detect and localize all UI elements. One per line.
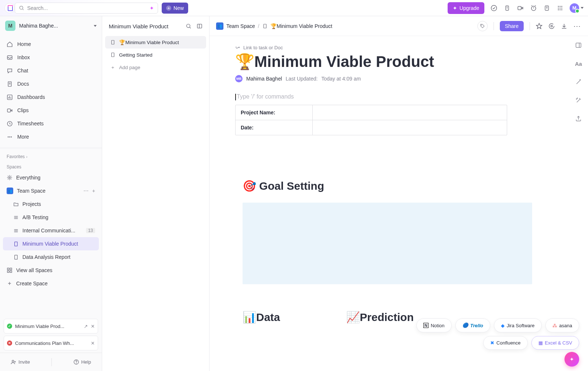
svg-rect-56: [10, 268, 12, 270]
check-circle-icon[interactable]: [490, 4, 498, 12]
toast-mvp[interactable]: ✓ Minimum Viable Prod... ↗ ✕: [4, 319, 98, 333]
share-button[interactable]: Share: [500, 21, 524, 31]
chip-confluence[interactable]: ✖Confluence: [483, 336, 528, 350]
callout-block[interactable]: [243, 203, 532, 284]
content-panel: 👥 Team Space / 🏆Minimum Viable Product S…: [209, 16, 588, 371]
spaces-header[interactable]: Spaces: [0, 161, 102, 171]
nav-inbox[interactable]: Inbox: [3, 51, 99, 64]
success-icon: ✓: [7, 324, 12, 329]
panel-layout-icon[interactable]: [197, 23, 202, 29]
doc-icon: [262, 24, 268, 29]
import-icon[interactable]: [561, 23, 567, 29]
space-data-analysis[interactable]: Data Analysis Report: [3, 250, 99, 264]
new-button[interactable]: + New: [162, 3, 188, 14]
typography-icon[interactable]: Aa: [574, 60, 582, 68]
view-all-spaces[interactable]: View all Spaces: [3, 264, 99, 277]
close-icon[interactable]: ✕: [91, 324, 95, 329]
alarm-icon[interactable]: [530, 4, 537, 12]
search-icon: [19, 5, 24, 11]
workspace-avatar: M: [5, 21, 15, 31]
global-search[interactable]: Search... ✦: [15, 3, 158, 14]
more-icon[interactable]: ⋯: [83, 188, 89, 194]
magic-wand-icon[interactable]: [574, 78, 582, 86]
chip-notion[interactable]: NNotion: [416, 318, 452, 332]
close-icon[interactable]: ✕: [91, 340, 95, 346]
app-logo[interactable]: [4, 3, 15, 13]
svg-rect-53: [15, 242, 18, 246]
chip-jira[interactable]: ◆Jira Software: [494, 318, 542, 332]
apps-grid-icon[interactable]: [556, 4, 564, 12]
comment-icon[interactable]: [548, 23, 555, 29]
svg-point-17: [561, 6, 562, 7]
space-everything[interactable]: Everything: [3, 171, 99, 184]
tag-icon[interactable]: [477, 21, 488, 31]
upgrade-button[interactable]: ✦ Upgrade: [448, 2, 484, 14]
prediction-heading: 📈Prediction: [346, 311, 414, 324]
svg-point-16: [560, 6, 561, 7]
nav-clips[interactable]: Clips: [3, 104, 99, 117]
space-team-space[interactable]: 👥 Team Space ⋯+: [3, 184, 99, 197]
ai-sparkle-icon[interactable]: ✦: [150, 5, 154, 11]
plus-icon[interactable]: +: [92, 188, 95, 194]
user-menu[interactable]: M: [570, 3, 584, 13]
nav-timesheets[interactable]: Timesheets: [3, 117, 99, 130]
create-space[interactable]: +Create Space: [3, 277, 99, 290]
svg-point-21: [558, 9, 559, 10]
open-external-icon[interactable]: ↗: [84, 324, 88, 329]
video-icon[interactable]: [517, 4, 524, 12]
cell-date-value[interactable]: [313, 120, 323, 135]
workspace-selector[interactable]: M Mahima Baghe...: [0, 16, 102, 35]
link-to-task[interactable]: Link to task or Doc: [235, 45, 562, 50]
chip-asana[interactable]: ⁂asana: [545, 318, 579, 332]
note-icon[interactable]: [543, 4, 551, 12]
doc-side-rail: Aa: [569, 36, 588, 123]
chip-trello[interactable]: 🔵Trello: [455, 318, 490, 332]
search-icon[interactable]: [186, 23, 191, 29]
sparkle-icon: ✦: [453, 5, 457, 11]
space-projects[interactable]: Projects: [3, 197, 99, 211]
svg-point-63: [76, 363, 76, 364]
add-page[interactable]: +Add page: [105, 61, 206, 74]
confluence-icon: ✖: [490, 340, 494, 346]
export-icon[interactable]: [574, 115, 582, 123]
help-button[interactable]: Help: [74, 359, 91, 365]
nav-chat[interactable]: Chat: [3, 64, 99, 77]
nav-more[interactable]: More: [3, 130, 99, 143]
doc-tree-title: Minimum Viable Product: [109, 23, 168, 29]
panel-toggle-icon[interactable]: [574, 41, 582, 49]
chip-excel[interactable]: ▦Excel & CSV: [531, 336, 579, 350]
doc-tree-item-getting-started[interactable]: Getting Started: [105, 49, 206, 61]
cell-project-name-value[interactable]: [313, 105, 323, 120]
breadcrumb-page[interactable]: 🏆Minimum Viable Product: [270, 23, 332, 29]
favorites-header[interactable]: Favorites›: [0, 150, 102, 161]
breadcrumb-space[interactable]: Team Space: [226, 23, 255, 29]
clipboard-icon[interactable]: [503, 4, 511, 12]
svg-marker-72: [537, 23, 542, 28]
space-internal-comm[interactable]: Internal Communicati...13: [3, 224, 99, 237]
author-avatar[interactable]: MB: [235, 75, 243, 82]
toast-comms[interactable]: ✕ Communications Plan Wh... ✕: [4, 336, 98, 350]
ai-fab[interactable]: ✦: [564, 352, 579, 367]
cell-date-label: Date:: [236, 120, 313, 135]
svg-line-85: [577, 99, 580, 102]
author-name[interactable]: Mahima Baghel: [246, 76, 282, 82]
info-table[interactable]: Project Name: Date:: [235, 105, 507, 135]
doc-tree-item-mvp[interactable]: 🏆Minimum Viable Product: [105, 36, 206, 49]
nav-home[interactable]: Home: [3, 38, 99, 51]
templates-icon[interactable]: [574, 96, 582, 104]
more-icon[interactable]: ⋯: [573, 22, 581, 31]
doc-title[interactable]: 🏆Minimum Viable Product: [235, 53, 562, 71]
data-heading: 📊Data: [243, 311, 280, 324]
nav-dashboards[interactable]: Dashboards: [3, 90, 99, 104]
star-icon[interactable]: [536, 23, 542, 29]
asana-icon: ⁂: [552, 323, 557, 328]
command-hint[interactable]: Type '/' for commands: [235, 93, 562, 100]
jira-icon: ◆: [501, 323, 505, 328]
nav-docs[interactable]: Docs: [3, 77, 99, 90]
invite-button[interactable]: Invite: [11, 359, 30, 365]
space-ab-testing[interactable]: A/B Testing: [3, 211, 99, 224]
space-mvp[interactable]: Minimum Viable Product: [3, 237, 99, 250]
error-icon: ✕: [7, 340, 12, 346]
svg-point-64: [187, 24, 190, 28]
svg-line-46: [11, 176, 11, 176]
